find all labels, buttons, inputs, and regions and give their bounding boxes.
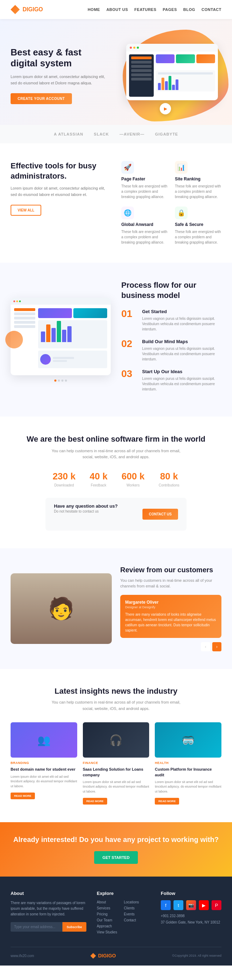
stat-feedback-label: Feedback (90, 483, 107, 487)
stat-feedback-num: 40 k (90, 471, 107, 482)
footer-follow-col: Follow f t 📷 ▶ P +901 232-3898 37 Golden… (161, 891, 221, 936)
stat-downloaded: 230 k Downloaded (52, 471, 76, 487)
logo[interactable]: DIGIGO (11, 5, 43, 14)
footer-email-input[interactable] (11, 922, 62, 932)
nav-about[interactable]: ABOUT US (106, 7, 128, 12)
footer-link-clients[interactable]: Clients (124, 906, 150, 910)
footer-about-text: There are many variations of passages of… (11, 900, 87, 917)
news-category-2: FINANCE (83, 761, 150, 765)
stat-downloaded-num: 230 k (52, 471, 76, 482)
footer-explore-heading: Explore (97, 891, 150, 896)
reviewer-name: Margarete Oliver (125, 600, 216, 605)
news-grid: 👥 BRANDING Best domain name for student … (11, 722, 221, 805)
social-icons: f t 📷 ▶ P (161, 900, 221, 910)
process-mockup (11, 298, 111, 375)
features-right: 🚀 Page Faster These folk are energized w… (121, 161, 221, 245)
twitter-icon[interactable]: t (174, 900, 183, 910)
review-photo: 🧑 (11, 573, 112, 644)
read-more-1[interactable]: READ MORE (11, 792, 35, 799)
play-button[interactable]: ▶ (160, 103, 171, 115)
features-description: Lorem ipsum dolor sit amet, consectetur … (11, 185, 111, 198)
footer-link-contact[interactable]: Contact (124, 918, 150, 922)
footer-bottom: www.ifx20.com DIGIGO ©Copyright 2019. Al… (11, 947, 221, 958)
footer-link-team[interactable]: Our Team (97, 918, 123, 922)
news-card-2: 🎧 FINANCE Saas Lending Solution for Loan… (83, 722, 150, 805)
news-title-3: Custom Platform for Insurance audit (155, 767, 221, 778)
reviewer-image: 🧑 (11, 573, 112, 644)
review-heading: Review from our customers (120, 566, 221, 574)
hero-content: Best easy & fast digital system Lorem ip… (11, 47, 109, 105)
review-description: You can help customers in real-time acro… (120, 578, 221, 589)
site-ranking-title: Site Ranking (175, 177, 221, 181)
contact-button[interactable]: CONTACT US (142, 509, 178, 520)
view-all-button[interactable]: VIEW ALL (11, 205, 41, 216)
stats-description: You can help customers in real-time acro… (49, 448, 183, 460)
contact-box: Have any question about us? Do not hesit… (46, 498, 186, 531)
footer-link-studies[interactable]: View Studies (97, 930, 123, 934)
review-content: Review from our customers You can help c… (120, 566, 221, 651)
news-section: Latest insights news the industry You ca… (0, 669, 232, 822)
subscribe-button[interactable]: Subscribe (62, 922, 87, 932)
review-card: Margarete Oliver Designer at Designify T… (120, 595, 221, 638)
footer-link-approach[interactable]: Approach (97, 924, 123, 928)
news-description: You can help customers in real-time acro… (49, 699, 183, 712)
news-title-1: Best domain name for student ever (11, 767, 77, 772)
pinterest-icon[interactable]: P (211, 900, 221, 910)
global-desc: These folk are energized with a complex … (121, 229, 168, 245)
footer-about-heading: About (11, 891, 87, 896)
contact-box-sub: Do not hesitate to contact us (54, 509, 118, 514)
hero-cta-button[interactable]: CREATE YOUR ACCOUNT (11, 93, 72, 104)
step-1-number: 01 (121, 309, 137, 332)
process-section: Process flow for our business model 01 G… (0, 262, 232, 417)
process-visual (11, 298, 111, 382)
footer-link-pricing[interactable]: Pricing (97, 912, 123, 916)
stats-row: 230 k Downloaded 40 k Feedback 600 k Wor… (11, 471, 221, 487)
instagram-icon[interactable]: 📷 (186, 900, 196, 910)
nav-features[interactable]: FEATURES (134, 7, 156, 12)
brands-section: A ATLASSIAN slack —avenir— GIGABYTE (0, 125, 232, 143)
review-prev-button[interactable]: ‹ (201, 642, 210, 651)
footer-link-locations[interactable]: Locations (124, 900, 150, 904)
reviewer-title: Designer at Designify (125, 605, 216, 609)
process-carousel-dots (11, 380, 111, 382)
nav-home[interactable]: HOME (88, 7, 100, 12)
orange-circle-decoration (5, 331, 23, 348)
secure-icon: 🔒 (175, 207, 188, 219)
footer-explore-links-left: About Services Pricing Our Team Approach… (97, 900, 123, 936)
nav-contact[interactable]: CONTACT (202, 7, 221, 12)
footer-follow-heading: Follow (161, 891, 221, 896)
footer-link-about[interactable]: About (97, 900, 123, 904)
hero-title: Best easy & fast digital system (11, 47, 109, 69)
nav-blog[interactable]: BLOG (183, 7, 195, 12)
process-step-1: 01 Get Started Lorem vagnon purus ut fel… (121, 309, 221, 332)
feature-global: 🌐 Global Anwsard These folk are energize… (121, 207, 168, 245)
stat-feedback: 40 k Feedback (90, 471, 107, 487)
youtube-icon[interactable]: ▶ (199, 900, 209, 910)
read-more-3[interactable]: READ MORE (155, 798, 179, 805)
page-faster-desc: These folk are energized with a complex … (121, 184, 168, 199)
news-heading: Latest insights news the industry (11, 687, 221, 696)
process-step-3: 03 Start Up Our Ideas Lorem vagnon purus… (121, 369, 221, 392)
dashboard-header (126, 44, 218, 51)
footer-link-services[interactable]: Services (97, 906, 123, 910)
footer: About There are many variations of passa… (0, 877, 232, 966)
review-next-button[interactable]: › (212, 642, 221, 651)
footer-logo: DIGIGO (90, 953, 116, 958)
footer-email-form: Subscribe (11, 922, 87, 932)
footer-about-col: About There are many variations of passa… (11, 891, 87, 936)
read-more-2[interactable]: READ MORE (83, 798, 107, 805)
stat-contributions-label: Contributions (159, 483, 180, 487)
news-image-3: 🥽 (155, 722, 221, 757)
step-2-title: Build Our Mind Maps (142, 339, 221, 344)
stat-workers-label: Workers (122, 483, 145, 487)
news-category-1: BRANDING (11, 761, 77, 765)
brand-gigabyte: GIGABYTE (155, 132, 178, 136)
news-desc-1: Lorem ipsum dolor sit amet elit od ad se… (11, 775, 77, 789)
cta-button[interactable]: GET STARTED (94, 851, 138, 864)
footer-link-events[interactable]: Events (124, 912, 150, 916)
cta-section: Already interested! Do you have any proj… (0, 822, 232, 877)
secure-title: Safe & Secure (175, 222, 221, 227)
facebook-icon[interactable]: f (161, 900, 170, 910)
nav-pages[interactable]: PAGES (163, 7, 177, 12)
footer-copyright-left: www.ifx20.com (11, 954, 34, 958)
